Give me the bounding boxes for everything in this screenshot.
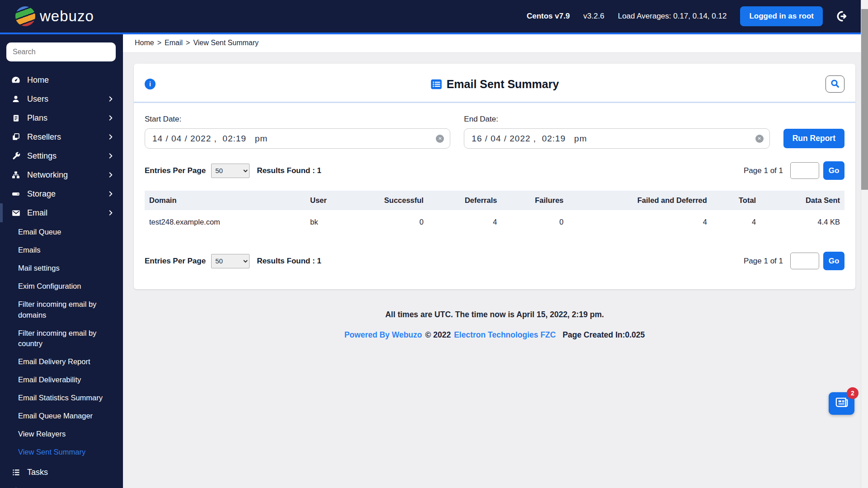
submenu-item-email-delivery-report[interactable]: Email Delivery Report xyxy=(0,353,123,371)
breadcrumb-separator: > xyxy=(157,39,161,47)
breadcrumb-separator: > xyxy=(186,39,190,47)
os-label: Centos v7.9 xyxy=(527,12,570,21)
clear-start-date-icon[interactable]: ✕ xyxy=(436,135,444,143)
news-floating-button[interactable]: 2 xyxy=(829,392,854,415)
sidebar-item-label: Plans xyxy=(27,113,47,123)
submenu-item-email-deliverability[interactable]: Email Deliverability xyxy=(0,371,123,389)
sidebar-item-label: Tasks xyxy=(27,468,48,477)
chevron-right-icon xyxy=(108,191,114,197)
storage-icon xyxy=(11,189,21,199)
sidebar-item-label: Resellers xyxy=(27,132,61,142)
sidebar-item-plans[interactable]: Plans xyxy=(0,108,123,127)
submenu-item-view-relayers[interactable]: View Relayers xyxy=(0,425,123,443)
panel-header: i Email Sent Summary xyxy=(134,64,855,103)
results-found-label: Results Found : 1 xyxy=(257,257,321,266)
resellers-icon xyxy=(11,132,21,142)
webuzo-logo-icon xyxy=(15,6,35,26)
col-header-data-sent: Data Sent xyxy=(760,191,844,210)
run-report-button[interactable]: Run Report xyxy=(783,129,844,148)
search-input[interactable] xyxy=(6,42,116,61)
breadcrumb-home[interactable]: Home xyxy=(135,39,154,47)
sidebar-item-resellers[interactable]: Resellers xyxy=(0,127,123,146)
end-date-input[interactable] xyxy=(464,128,769,149)
info-icon[interactable]: i xyxy=(145,79,156,89)
page-info-label: Page 1 of 1 xyxy=(744,257,783,266)
entries-per-page-label: Entries Per Page xyxy=(145,166,206,175)
col-header-successful: Successful xyxy=(368,191,428,210)
sidebar-item-label: Settings xyxy=(27,151,57,161)
email-submenu: Email Queue Emails Mail settings Exim Co… xyxy=(0,222,123,463)
plans-icon xyxy=(11,113,21,123)
cell-domain: test248.example.com xyxy=(145,210,306,233)
summary-table-icon xyxy=(430,78,443,90)
logout-icon[interactable] xyxy=(836,10,848,22)
powered-by-webuzo-link[interactable]: Powered By Webuzo xyxy=(344,330,422,340)
pagination-row-top: Entries Per Page 50 Results Found : 1 Pa… xyxy=(134,150,855,183)
clear-end-date-icon[interactable]: ✕ xyxy=(755,135,764,143)
submenu-item-email-queue-manager[interactable]: Email Queue Manager xyxy=(0,407,123,425)
topbar: webuzo Centos v7.9 v3.2.6 Load Averages:… xyxy=(0,0,868,34)
page-number-input[interactable] xyxy=(790,162,819,179)
submenu-item-view-sent-summary[interactable]: View Sent Summary xyxy=(0,443,123,461)
chevron-right-icon xyxy=(108,210,114,216)
sidebar-item-users[interactable]: Users xyxy=(0,89,123,108)
submenu-item-email-queue[interactable]: Email Queue xyxy=(0,223,123,241)
sidebar-item-security[interactable]: Security xyxy=(0,482,123,488)
page-info-label: Page 1 of 1 xyxy=(744,166,783,175)
newsletter-icon xyxy=(834,396,849,411)
sidebar-item-networking[interactable]: Networking xyxy=(0,165,123,184)
breadcrumb-current: View Sent Summary xyxy=(193,39,259,47)
sidebar-item-label: Storage xyxy=(27,189,56,199)
brand[interactable]: webuzo xyxy=(15,6,94,26)
version-label: v3.2.6 xyxy=(583,12,604,21)
submenu-item-emails[interactable]: Emails xyxy=(0,241,123,259)
breadcrumb-email[interactable]: Email xyxy=(165,39,183,47)
cell-failed-and-deferred: 4 xyxy=(568,210,712,233)
search-icon xyxy=(830,78,840,90)
col-header-total: Total xyxy=(712,191,760,210)
dashboard-icon xyxy=(11,75,21,85)
network-icon xyxy=(11,170,21,180)
chevron-right-icon xyxy=(108,172,114,178)
cell-data-sent: 4.4 KB xyxy=(760,210,844,233)
col-header-domain: Domain xyxy=(145,191,306,210)
go-button[interactable]: Go xyxy=(823,252,844,270)
submenu-item-filter-by-country[interactable]: Filter incoming email by country xyxy=(0,324,123,353)
utc-time-note: All times are UTC. The time now is April… xyxy=(134,310,855,319)
submenu-item-filter-by-domains[interactable]: Filter incoming email by domains xyxy=(0,296,123,324)
sidebar-item-label: Email xyxy=(27,208,47,218)
submenu-item-exim-configuration[interactable]: Exim Configuration xyxy=(0,277,123,296)
scrollbar-thumb[interactable] xyxy=(861,9,868,190)
main-content: Home > Email > View Sent Summary i Email… xyxy=(123,34,868,488)
submenu-item-mail-settings[interactable]: Mail settings xyxy=(0,259,123,277)
panel-search-button[interactable] xyxy=(826,75,844,93)
sidebar-item-settings[interactable]: Settings xyxy=(0,146,123,165)
sidebar-item-storage[interactable]: Storage xyxy=(0,184,123,203)
entries-per-page-select[interactable]: 50 xyxy=(211,254,250,268)
vertical-scrollbar xyxy=(861,0,868,488)
sidebar-item-email[interactable]: Email xyxy=(0,203,123,222)
email-sent-summary-panel: i Email Sent Summary xyxy=(134,64,855,289)
date-filter-row: Start Date: ✕ End Date: ✕ Run Repor xyxy=(134,103,855,150)
entries-per-page-select[interactable]: 50 xyxy=(211,164,250,178)
go-button[interactable]: Go xyxy=(823,161,844,180)
submenu-item-email-statistics-summary[interactable]: Email Statistics Summary xyxy=(0,389,123,407)
cell-deferrals: 4 xyxy=(428,210,502,233)
col-header-deferrals: Deferrals xyxy=(428,191,502,210)
sidebar-item-tasks[interactable]: Tasks xyxy=(0,463,123,482)
page-number-input[interactable] xyxy=(790,253,819,269)
sidebar-item-label: Networking xyxy=(27,170,68,180)
page-title: Email Sent Summary xyxy=(447,78,559,91)
sidebar-nav: Home Users Plans Resellers xyxy=(0,70,123,488)
wrench-icon xyxy=(11,151,21,161)
cell-total: 4 xyxy=(712,210,760,233)
sidebar-item-label: Users xyxy=(27,94,48,104)
chevron-right-icon xyxy=(108,153,114,159)
col-header-failures: Failures xyxy=(501,191,568,210)
sidebar: Home Users Plans Resellers xyxy=(0,34,123,488)
load-averages-label: Load Averages: 0.17, 0.14, 0.12 xyxy=(618,12,727,21)
sidebar-item-home[interactable]: Home xyxy=(0,70,123,89)
electron-technologies-link[interactable]: Electron Technologies FZC xyxy=(454,330,556,340)
logged-in-as-root-button[interactable]: Logged in as root xyxy=(740,6,823,26)
start-date-input[interactable] xyxy=(145,128,450,149)
